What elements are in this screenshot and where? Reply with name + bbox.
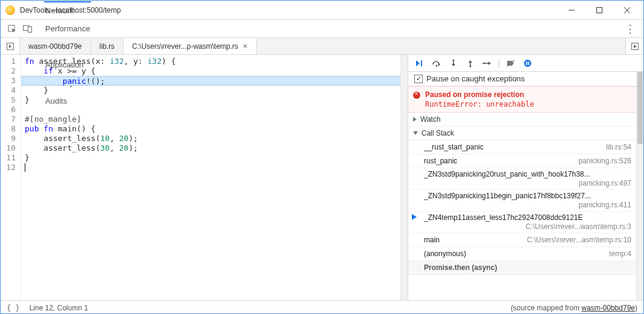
resume-icon[interactable] [412, 57, 428, 70]
file-tab[interactable]: wasm-00bbd79e [20, 38, 91, 54]
svg-marker-11 [416, 60, 420, 66]
code-line[interactable]: } [21, 153, 400, 163]
svg-marker-22 [488, 61, 491, 65]
svg-marker-8 [9, 45, 11, 48]
svg-rect-1 [597, 7, 602, 13]
source-mapped-label: (source mapped from wasm-00bbd79e) [511, 304, 637, 312]
svg-marker-10 [634, 45, 637, 48]
callstack-frame[interactable]: _ZN4temp11assert_less17hc29247008ddc9121… [408, 212, 636, 233]
code-line[interactable]: pub fn main() { [21, 124, 400, 134]
more-icon[interactable]: ⋮ [622, 22, 639, 36]
pause-on-caught-checkbox[interactable]: ✓ [414, 75, 423, 83]
code-line[interactable]: panic!(); [21, 76, 400, 86]
line-gutter: 123456789101112 [1, 55, 21, 300]
callstack-list: lib.rs:54__rust_start_panicpanicking.rs:… [408, 140, 636, 261]
close-button[interactable] [613, 1, 641, 19]
callstack-frame[interactable]: _ZN3std9panicking11begin_panic17hf8bbc13… [408, 190, 636, 212]
code-line[interactable] [21, 163, 400, 172]
file-tab[interactable]: C:\Users\rrever...p-wasm\temp.rs× [124, 38, 257, 54]
svg-point-13 [436, 64, 438, 66]
cursor-position: Line 12, Column 1 [30, 304, 88, 312]
editor-scrollbar[interactable] [400, 55, 408, 300]
error-icon [413, 92, 420, 99]
status-bar: { } Line 12, Column 1 (source mapped fro… [1, 300, 643, 314]
debugger-panel: ✓ Pause on caught exceptions Paused on p… [408, 55, 643, 300]
callstack-frame[interactable]: _ZN3std9panicking20rust_panic_with_hook1… [408, 168, 636, 190]
maximize-button[interactable] [586, 1, 613, 19]
devtools-tabs: ElementsConsoleSourcesNetworkPerformance… [1, 20, 643, 38]
debugger-toolbar [408, 55, 643, 72]
code-line[interactable]: fn assert_less(x: i32, y: i32) { [21, 57, 400, 66]
app-icon [5, 5, 15, 15]
svg-point-17 [453, 59, 455, 61]
main-area: 123456789101112 fn assert_less(x: i32, y… [1, 55, 643, 300]
step-icon[interactable] [479, 57, 495, 70]
pause-exceptions-icon[interactable] [520, 57, 535, 70]
code-content[interactable]: fn assert_less(x: i32, y: i32) { if x >=… [21, 55, 400, 300]
svg-rect-28 [528, 61, 529, 65]
window-controls [558, 1, 641, 19]
file-tab[interactable]: lib.rs [91, 38, 124, 54]
debugger-scrollbar[interactable] [636, 72, 643, 300]
code-line[interactable] [21, 105, 400, 115]
code-line[interactable]: } [21, 86, 400, 95]
navigator-toggle-icon[interactable] [1, 38, 20, 54]
svg-rect-27 [526, 61, 528, 65]
code-line[interactable]: } [21, 95, 400, 105]
tab-performance[interactable]: Performance [37, 20, 98, 38]
inspect-element-icon[interactable] [5, 22, 19, 36]
svg-marker-19 [469, 60, 472, 63]
code-line[interactable]: if x >= y { [21, 66, 400, 76]
close-tab-icon[interactable]: × [243, 42, 248, 51]
code-line[interactable]: assert_less(10, 20); [21, 134, 400, 143]
pause-on-caught-label: Pause on caught exceptions [426, 74, 525, 83]
step-over-icon[interactable] [429, 57, 444, 70]
svg-marker-14 [438, 63, 440, 66]
pause-on-caught-row[interactable]: ✓ Pause on caught exceptions [408, 72, 636, 86]
tab-network[interactable]: Network [37, 2, 98, 20]
svg-point-20 [470, 65, 472, 67]
paused-message: Paused on promise rejection RuntimeError… [408, 86, 636, 113]
step-into-icon[interactable] [446, 57, 461, 70]
run-snippet-icon[interactable] [625, 38, 643, 54]
file-tab-strip: wasm-00bbd79elib.rsC:\Users\rrever...p-w… [1, 38, 643, 55]
deactivate-breakpoints-icon[interactable] [503, 57, 519, 70]
async-separator: Promise.then (async) [408, 261, 636, 275]
callstack-frame[interactable]: C:\Users\rrever...asm\temp.rs:10main [408, 233, 636, 247]
watch-section-header[interactable]: Watch [408, 113, 636, 127]
pretty-print-icon[interactable]: { } [7, 304, 20, 312]
callstack-frame[interactable]: temp:4(anonymous) [408, 247, 636, 261]
svg-rect-6 [28, 27, 32, 32]
device-toolbar-icon[interactable] [21, 22, 34, 36]
callstack-frame[interactable]: panicking.rs:526rust_panic [408, 154, 636, 168]
minimize-button[interactable] [558, 1, 586, 19]
svg-marker-16 [452, 64, 455, 66]
code-line[interactable]: #[no_mangle] [21, 115, 400, 124]
paused-title: Paused on promise rejection [425, 90, 631, 99]
step-out-icon[interactable] [462, 57, 478, 70]
paused-error-text: RuntimeError: unreachable [425, 100, 631, 108]
callstack-frame[interactable]: lib.rs:54__rust_start_panic [408, 140, 636, 154]
svg-point-23 [483, 62, 485, 64]
source-map-link[interactable]: wasm-00bbd79e [581, 304, 635, 312]
code-editor[interactable]: 123456789101112 fn assert_less(x: i32, y… [1, 55, 408, 300]
window-title: DevTools - localhost:5000/temp [20, 6, 558, 14]
svg-rect-12 [421, 60, 422, 66]
svg-point-26 [524, 60, 531, 67]
callstack-section-header[interactable]: Call Stack [408, 127, 636, 140]
code-line[interactable]: assert_less(30, 20); [21, 143, 400, 153]
